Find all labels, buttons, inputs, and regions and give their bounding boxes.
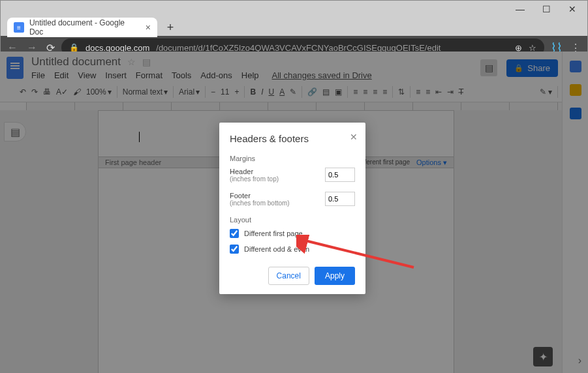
headers-footers-dialog: ✕ Headers & footers Margins Header (inch… <box>219 123 365 294</box>
close-dialog-icon[interactable]: ✕ <box>350 132 358 142</box>
header-margin-label: Header <box>230 168 279 175</box>
different-odd-even-label: Different odd & even <box>244 245 309 253</box>
footer-margin-input[interactable] <box>325 192 355 206</box>
close-tab-icon[interactable]: × <box>146 22 151 33</box>
dialog-title: Headers & footers <box>230 133 355 144</box>
cancel-button[interactable]: Cancel <box>268 267 309 285</box>
header-margin-sublabel: (inches from top) <box>230 175 279 183</box>
footer-margin-sublabel: (inches from bottom) <box>230 200 290 207</box>
tab-strip: ≡ Untitled document - Google Doc × + <box>1 19 587 36</box>
layout-section-label: Layout <box>230 216 355 224</box>
new-tab-button[interactable]: + <box>161 18 179 37</box>
apply-button[interactable]: Apply <box>315 267 355 285</box>
different-first-page-label: Different first page <box>244 230 303 237</box>
minimize-icon[interactable]: — <box>516 5 525 14</box>
docs-favicon-icon: ≡ <box>14 22 24 33</box>
browser-tab[interactable]: ≡ Untitled document - Google Doc × <box>7 18 157 37</box>
different-odd-even-checkbox[interactable] <box>230 245 239 254</box>
different-first-page-checkbox[interactable] <box>230 229 239 238</box>
footer-margin-label: Footer <box>230 192 290 200</box>
different-first-page-checkbox-row[interactable]: Different first page <box>230 229 355 238</box>
margins-section-label: Margins <box>230 155 355 162</box>
tab-title: Untitled document - Google Doc <box>29 18 140 37</box>
close-window-icon[interactable]: ✕ <box>568 5 577 14</box>
browser-chrome: — ☐ ✕ ≡ Untitled document - Google Doc ×… <box>0 0 588 52</box>
header-margin-input[interactable] <box>325 168 355 182</box>
different-odd-even-checkbox-row[interactable]: Different odd & even <box>230 245 355 254</box>
maximize-icon[interactable]: ☐ <box>542 5 551 14</box>
window-controls: — ☐ ✕ <box>1 1 587 19</box>
lock-icon: 🔒 <box>69 43 79 52</box>
